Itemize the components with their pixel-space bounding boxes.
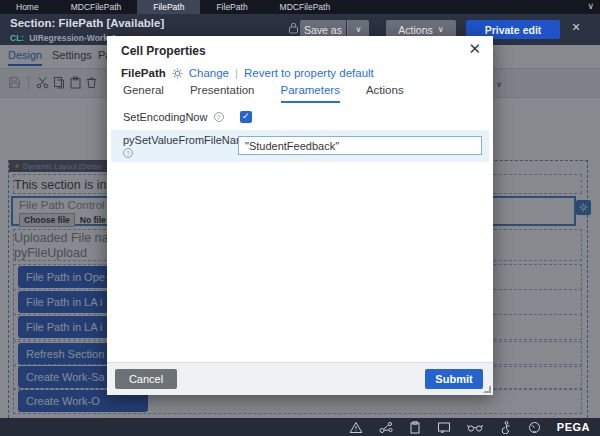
preview-glasses-icon[interactable] [467, 421, 483, 433]
developer-bottom-bar: PEGA [0, 418, 600, 436]
modal-close-icon[interactable]: ✕ [468, 40, 481, 58]
clipboard-icon[interactable] [409, 421, 421, 434]
screen: Home MDCFilePath FilePath FilePath MDCFi… [0, 0, 600, 436]
param-row-pysetvaluefromfilename: pySetValueFromFileName ? [111, 130, 489, 162]
setencodingnow-label: SetEncodingNow ? [123, 111, 224, 123]
change-link[interactable]: Change [189, 67, 229, 79]
tab-filepath-2[interactable]: FilePath [200, 0, 263, 14]
param-row-setencodingnow: SetEncodingNow ? [107, 108, 493, 130]
modal-tab-parameters[interactable]: Parameters [281, 84, 340, 103]
modal-tab-bar: General Presentation Parameters Actions [123, 84, 404, 103]
modal-tab-presentation[interactable]: Presentation [190, 84, 255, 103]
accessibility-icon[interactable] [499, 421, 512, 434]
lock-icon [288, 22, 299, 34]
submit-button[interactable]: Submit [425, 369, 483, 389]
actions-chevron-icon: ∨ [438, 25, 444, 34]
class-label: CL: [10, 33, 24, 43]
revert-link[interactable]: Revert to property default [244, 67, 374, 79]
property-row: FilePath Change | Revert to property def… [121, 67, 374, 79]
pysetvaluefromfilename-label: pySetValueFromFileName [123, 134, 251, 146]
header-close-icon[interactable]: × [572, 19, 580, 35]
tab-filepath-active[interactable]: FilePath [137, 0, 200, 14]
top-tab-bar: Home MDCFilePath FilePath FilePath MDCFi… [0, 0, 600, 14]
tab-home[interactable]: Home [0, 0, 55, 14]
property-gear-icon[interactable] [172, 68, 183, 79]
class-line: CL:UIRegression-Work-Ac [10, 33, 122, 43]
performance-icon[interactable] [528, 421, 541, 434]
help-icon[interactable]: ? [214, 112, 224, 122]
param-help: ? [123, 147, 133, 159]
pega-logo: PEGA [557, 421, 590, 433]
actions-label: Actions [398, 24, 432, 36]
cancel-button[interactable]: Cancel [115, 369, 177, 389]
pysetvaluefromfilename-input[interactable] [238, 136, 482, 155]
setencodingnow-checkbox[interactable] [240, 111, 252, 123]
modal-tab-actions[interactable]: Actions [366, 84, 404, 103]
warning-icon[interactable] [349, 421, 363, 434]
modal-tab-general[interactable]: General [123, 84, 164, 103]
modal-title: Cell Properties [121, 44, 206, 58]
tab-mdcfilepath-1[interactable]: MDCFilePath [55, 0, 138, 14]
help-icon[interactable]: ? [123, 148, 133, 158]
section-title: Section: FilePath [Available] [10, 17, 164, 29]
flow-icon[interactable] [379, 421, 393, 434]
tab-mdcfilepath-2[interactable]: MDCFilePath [264, 0, 347, 14]
tab-overflow-chevron-icon[interactable]: ∨ [587, 1, 594, 11]
modal-footer: Cancel Submit [107, 362, 493, 395]
property-name: FilePath [121, 67, 166, 79]
window-icon[interactable] [437, 421, 451, 434]
cell-properties-modal: Cell Properties ✕ FilePath Change | Reve… [107, 36, 493, 395]
link-divider: | [235, 67, 238, 79]
